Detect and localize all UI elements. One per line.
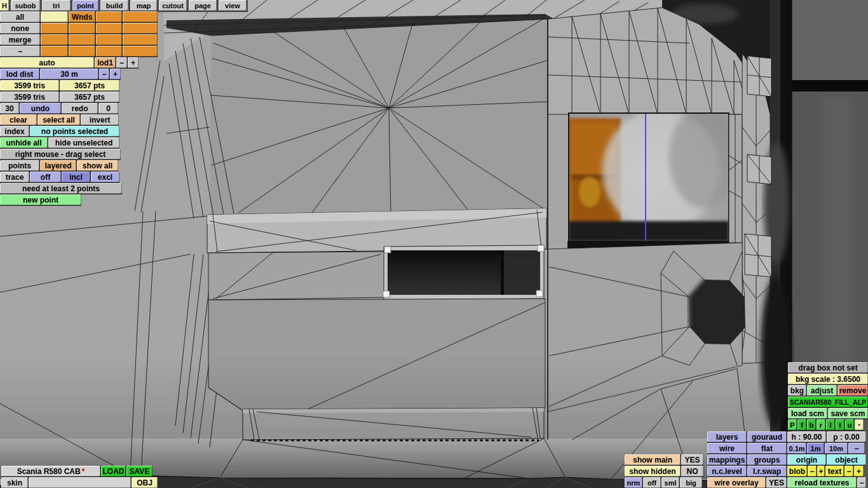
lod-minus-button[interactable]: − — [116, 57, 127, 68]
wire-overlay-button[interactable]: wire overlay — [707, 477, 766, 488]
blob-button[interactable]: blob — [787, 466, 807, 477]
gouraud-button[interactable]: gouraud — [747, 431, 787, 442]
origin-button[interactable]: origin — [787, 454, 826, 465]
wire-overlay-value[interactable]: YES — [766, 477, 787, 488]
save-scm-button[interactable]: save scm — [828, 408, 868, 419]
menu-item-h[interactable]: H — [0, 0, 9, 11]
unhide-all-button[interactable]: unhide all — [0, 137, 48, 148]
nrm-button[interactable]: nrm — [625, 477, 642, 488]
view-front-button[interactable]: f — [797, 419, 806, 430]
hide-unselected-button[interactable]: hide unselected — [48, 137, 119, 148]
skin-name-field[interactable] — [29, 477, 131, 488]
lod1-button[interactable]: lod1 — [95, 57, 116, 68]
view-right-button[interactable]: r — [817, 419, 825, 430]
load-button[interactable]: LOAD — [101, 466, 126, 477]
show-main-button[interactable]: show main — [625, 454, 681, 465]
nrm-sml-button[interactable]: sml — [661, 477, 679, 488]
view-under-button[interactable]: u — [845, 419, 854, 430]
show-main-value[interactable]: YES — [681, 454, 703, 465]
index-button[interactable]: index — [0, 126, 29, 137]
flat-button[interactable]: flat — [747, 443, 787, 454]
subob-cell[interactable] — [41, 34, 68, 45]
lod-plus-button[interactable]: + — [128, 57, 139, 68]
lod-dist-label[interactable]: lod dist — [0, 69, 39, 79]
view-top-button[interactable]: t — [836, 419, 844, 430]
trace-excl-button[interactable]: excl — [91, 172, 119, 182]
lod-auto-button[interactable]: auto — [0, 57, 94, 68]
show-hidden-value[interactable]: NO — [681, 466, 703, 477]
subob-cell[interactable] — [96, 23, 122, 34]
subob-cell[interactable] — [69, 34, 95, 45]
subob-minus-button[interactable]: − — [0, 46, 40, 57]
clear-button[interactable]: clear — [0, 114, 37, 125]
subob-cell[interactable] — [96, 11, 122, 22]
menu-item-cutout[interactable]: cutout — [159, 0, 187, 11]
new-point-button[interactable]: new point — [0, 194, 81, 205]
menu-item-subob[interactable]: subob — [11, 0, 40, 11]
text-minus-button[interactable]: − — [844, 466, 853, 477]
layers-button[interactable]: layers — [707, 431, 747, 442]
reload-minus-button[interactable]: − — [857, 477, 866, 488]
text-plus-button[interactable]: + — [854, 466, 864, 477]
trace-incl-button[interactable]: incl — [62, 172, 90, 182]
subob-cell[interactable] — [123, 23, 158, 34]
subob-cell[interactable] — [96, 34, 122, 45]
menu-item-tri[interactable]: tri — [42, 0, 71, 11]
view-perspective-button[interactable]: P — [788, 419, 797, 430]
subob-cell[interactable] — [123, 46, 158, 57]
menu-item-page[interactable]: page — [189, 0, 217, 11]
subob-select-all-button[interactable]: all — [0, 11, 40, 22]
menu-item-map[interactable]: map — [130, 0, 157, 11]
bkg-button[interactable]: bkg — [788, 385, 806, 396]
blob-minus-button[interactable]: − — [808, 466, 817, 477]
nrm-big-button[interactable]: big — [680, 477, 702, 488]
subob-merge-button[interactable]: merge — [0, 34, 40, 45]
mappings-button[interactable]: mappings — [707, 454, 747, 465]
show-hidden-button[interactable]: show hidden — [625, 466, 681, 477]
grid-01m-button[interactable]: 0.1m — [787, 443, 806, 454]
view-left-button[interactable]: l — [826, 419, 835, 430]
groups-button[interactable]: groups — [747, 454, 787, 465]
show-all-button[interactable]: show all — [77, 160, 118, 171]
invert-button[interactable]: invert — [81, 114, 119, 125]
menu-item-point[interactable]: point — [72, 0, 98, 11]
skin-button[interactable]: skin — [1, 477, 28, 488]
nrm-off-button[interactable]: off — [643, 477, 661, 488]
subob-cell[interactable] — [123, 34, 158, 45]
lod-dist-value[interactable]: 30 m — [40, 69, 98, 79]
blob-plus-button[interactable]: + — [817, 466, 825, 477]
lod-dist-minus-button[interactable]: − — [99, 69, 109, 79]
subob-cell[interactable] — [41, 46, 68, 57]
load-scm-button[interactable]: load scm — [788, 408, 827, 419]
obj-button[interactable]: OBJ — [132, 477, 158, 488]
redo-button[interactable]: redo — [62, 103, 98, 114]
bkg-remove-button[interactable]: remove — [837, 385, 868, 396]
subob-cell[interactable] — [69, 23, 95, 34]
menu-item-view[interactable]: view — [219, 0, 247, 11]
points-mode-button[interactable]: points — [0, 160, 39, 171]
subob-select-none-button[interactable]: none — [0, 23, 40, 34]
subob-cell[interactable] — [41, 11, 68, 22]
bkg-adjust-button[interactable]: adjust — [807, 385, 837, 396]
subob-cell[interactable] — [41, 23, 68, 34]
select-all-button[interactable]: select all — [37, 114, 80, 125]
layered-button[interactable]: layered — [40, 160, 76, 171]
trace-label[interactable]: trace — [0, 172, 29, 182]
reload-textures-button[interactable]: reload textures — [787, 477, 857, 488]
nc-level-button[interactable]: n.c.level — [707, 466, 747, 477]
grid-1m-button[interactable]: 1m — [807, 443, 824, 454]
subob-cell[interactable] — [123, 11, 158, 22]
subob-cell-wnds[interactable]: Wnds — [69, 11, 95, 22]
model-name-field[interactable]: Scania R580 CAB* — [1, 466, 100, 477]
grid-10m-button[interactable]: 10m — [825, 443, 848, 454]
point-dot-icon[interactable]: • — [855, 419, 864, 430]
selected-window-band[interactable] — [208, 245, 544, 300]
save-button[interactable]: SAVE — [126, 466, 153, 477]
subob-cell[interactable] — [96, 46, 122, 57]
view-back-button[interactable]: b — [807, 419, 816, 430]
text-button[interactable]: text — [825, 466, 844, 477]
menu-item-build[interactable]: build — [100, 0, 128, 11]
trace-off-button[interactable]: off — [30, 172, 61, 182]
subob-cell[interactable] — [69, 46, 95, 57]
lod-dist-plus-button[interactable]: + — [110, 69, 121, 79]
